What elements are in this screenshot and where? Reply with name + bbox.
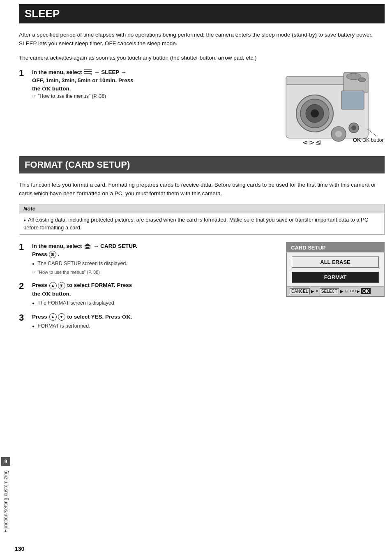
down-arrow-icon: ▼: [58, 282, 65, 289]
camera-svg: [278, 68, 385, 146]
note-title: Note: [19, 204, 384, 213]
sleep-step1-ref: ☞ "How to use the menus" (P. 38): [32, 93, 274, 99]
sleep-step1-arrow: →: [94, 69, 101, 75]
sleep-step1-num: 1: [19, 68, 29, 78]
select-btn: SELECT: [320, 288, 339, 294]
page-number: 130: [15, 545, 24, 552]
up-arrow2-icon: ▲: [49, 313, 57, 321]
sidebar-text: Function/setting customizing: [3, 470, 9, 532]
main-content: SLEEP After a specified period of time e…: [12, 4, 392, 352]
bottom-go-label: GO: [350, 289, 356, 293]
format-step3-content: Press ▲ ▼ to select YES. Press OK. FORMA…: [32, 313, 280, 330]
note-content: All existing data, including protected p…: [19, 213, 384, 234]
svg-text:2: 2: [90, 72, 92, 76]
ok-button-label: OK OK button: [353, 137, 385, 143]
format-step1-sub: The CARD SETUP screen is displayed.: [32, 260, 280, 268]
format-step2-press: Press: [32, 282, 49, 288]
note-bullet: [23, 217, 28, 223]
format-step2-ok: OK: [42, 291, 51, 297]
format-step1: 1 In the menu, select → CARD SETUP. Pres…: [19, 242, 280, 276]
bottom-ok: OK: [361, 288, 371, 294]
format-step2-label2: the: [32, 291, 42, 297]
sleep-step1-label1: In the menu, select: [32, 69, 83, 75]
cancel-btn: CANCEL: [290, 288, 310, 294]
sidebar: 9 Function/setting customizing: [0, 0, 12, 557]
format-steps-container: 1 In the menu, select → CARD SETUP. Pres…: [19, 242, 385, 336]
format-step1-num: 1: [19, 242, 29, 252]
sleep-step1-text: In the menu, select 2 → SLEEP → OFF, 1mi…: [32, 68, 274, 93]
format-step1-arrow: →: [93, 243, 100, 249]
format-step3-text: Press ▲ ▼ to select YES. Press OK.: [32, 313, 280, 321]
bottom-arrow3: ▶: [357, 289, 360, 294]
camera-image: OK OK button ⊲ ⊳ ⊴: [278, 68, 385, 146]
format-step3-nav: ▲ ▼: [49, 313, 66, 321]
format-step3-label1: to select YES. Press: [67, 314, 122, 320]
format-step3-dot: .: [131, 314, 132, 320]
bottom-arrow2: ▶: [340, 289, 344, 294]
format-step2: 2 Press ▲ ▼ to select FORMAT. Press the …: [19, 281, 280, 307]
format-header: FORMAT (CARD SETUP): [19, 156, 385, 173]
svg-line-18: [367, 129, 376, 136]
format-step1-dot: .: [58, 251, 59, 257]
svg-point-15: [335, 131, 342, 137]
format-step1-ref: ☞ "How to use the menus" (P. 38): [32, 269, 280, 276]
format-steps-left: 1 In the menu, select → CARD SETUP. Pres…: [19, 242, 280, 336]
format-steps-right: CARD SETUP ALL ERASE FORMAT CANCEL ▶ ≡ S…: [286, 242, 385, 297]
format-step2-label3: button.: [51, 291, 71, 297]
format-step2-label1: to select FORMAT. Press: [67, 282, 132, 288]
format-step1-label2: CARD SETUP.: [100, 243, 137, 249]
svg-rect-11: [341, 91, 364, 109]
sidebar-number: 9: [1, 457, 10, 466]
sleep-step1-label5: button.: [51, 86, 71, 92]
format-step3-sub: FORMAT is performed.: [32, 322, 280, 330]
svg-rect-0: [84, 69, 92, 70]
svg-marker-20: [84, 243, 91, 246]
format-step2-sub: The FORMAT screen is displayed.: [32, 299, 280, 307]
sleep-step1-label2: SLEEP →: [101, 69, 126, 75]
format-step3-num: 3: [19, 313, 29, 323]
svg-rect-21: [86, 247, 89, 249]
svg-point-10: [311, 109, 319, 118]
bottom-list-icon: ≡: [316, 289, 318, 293]
sleep-step1-label3: OFF, 1min, 3min, 5min or 10min. Press: [32, 77, 134, 83]
format-intro: This function lets you format a card. Fo…: [19, 181, 385, 198]
bottom-arrow1: ▶: [311, 289, 314, 294]
camera-diagram: OK OK button ⊲ ⊳ ⊴: [278, 68, 385, 146]
format-step1-label1: In the menu, select: [32, 243, 83, 249]
format-step2-num: 2: [19, 281, 29, 291]
format-step3-press: Press: [32, 314, 49, 320]
sleep-intro-2: The camera activates again as soon as yo…: [19, 54, 385, 62]
sleep-step1-content: In the menu, select 2 → SLEEP → OFF, 1mi…: [32, 68, 274, 99]
card-setup-box: CARD SETUP ALL ERASE FORMAT CANCEL ▶ ≡ S…: [286, 242, 385, 297]
sleep-intro-1: After a specified period of time elapses…: [19, 31, 385, 48]
format-step1-text: In the menu, select → CARD SETUP. Press …: [32, 242, 280, 259]
format-step2-content: Press ▲ ▼ to select FORMAT. Press the OK…: [32, 281, 280, 307]
format-step1-ok-icon: ⊛: [49, 251, 56, 258]
note-box: Note All existing data, including protec…: [19, 204, 385, 235]
home-icon: [84, 243, 91, 250]
format-step3: 3 Press ▲ ▼ to select YES. Press OK. FOR…: [19, 313, 280, 330]
format-step2-bullet: [32, 300, 36, 306]
svg-point-13: [351, 125, 356, 130]
format-step3-ok: OK: [122, 314, 131, 320]
card-setup-bottom: CANCEL ▶ ≡ SELECT ▶ ⊟ GO ▶ OK: [287, 286, 384, 296]
format-step1-press: Press: [32, 251, 49, 257]
sleep-step1: 1 In the menu, select 2 → SLEEP → OFF, 1…: [19, 68, 385, 146]
bottom-split-icon: ⊟: [345, 289, 348, 293]
sleep-ok-label: OK: [42, 86, 51, 92]
format-step1-bullet1: [32, 261, 36, 266]
svg-point-17: [358, 78, 366, 82]
down-arrow2-icon: ▼: [58, 313, 65, 321]
card-setup-title: CARD SETUP: [287, 243, 384, 252]
format-step2-text: Press ▲ ▼ to select FORMAT. Press the OK…: [32, 281, 280, 298]
card-setup-item-format: FORMAT: [292, 272, 379, 283]
menu2-icon: 2: [84, 69, 92, 76]
sleep-header: SLEEP: [19, 4, 385, 23]
format-step2-nav: ▲ ▼: [49, 282, 66, 289]
sleep-step1-label4: the: [32, 86, 42, 92]
up-arrow-icon: ▲: [49, 282, 57, 289]
arrow-pad-icons: ⊲ ⊳ ⊴: [302, 139, 321, 146]
card-setup-item-all-erase: ALL ERASE: [292, 257, 379, 268]
format-step1-content: In the menu, select → CARD SETUP. Press …: [32, 242, 280, 276]
format-step3-bullet: [32, 323, 36, 329]
